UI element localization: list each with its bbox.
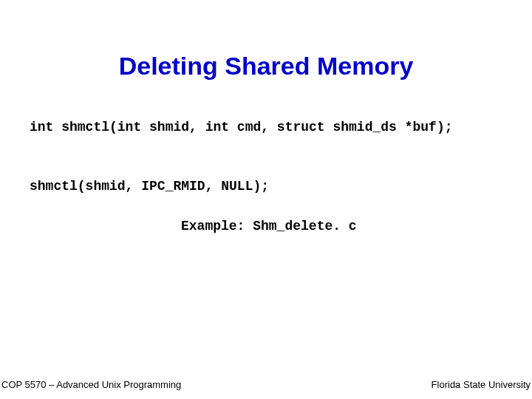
slide: Deleting Shared Memory int shmctl(int sh… <box>0 0 532 399</box>
code-call: shmctl(shmid, IPC_RMID, NULL); <box>30 179 269 194</box>
example-line: Example: Shm_delete. c <box>181 219 357 233</box>
code-signature: int shmctl(int shmid, int cmd, struct sh… <box>30 120 453 134</box>
footer-left: COP 5570 – Advanced Unix Programming <box>1 379 181 390</box>
footer-right: Florida State University <box>432 379 531 390</box>
slide-title: Deleting Shared Memory <box>0 52 532 81</box>
